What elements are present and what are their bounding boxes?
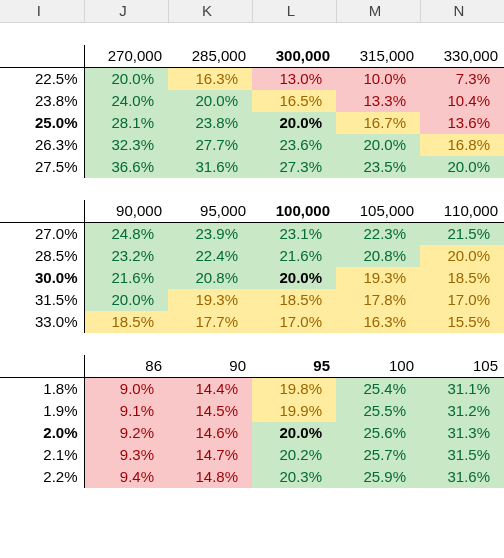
sensitivity-row-label[interactable]: 2.1% xyxy=(0,444,84,466)
cell-blank[interactable] xyxy=(252,23,336,45)
sensitivity-corner[interactable] xyxy=(0,200,84,223)
sensitivity-cell[interactable]: 16.7% xyxy=(336,112,420,134)
col-header-M[interactable]: M xyxy=(336,0,420,23)
cell-blank[interactable] xyxy=(168,178,252,200)
cell-blank[interactable] xyxy=(420,23,504,45)
sensitivity-row-label[interactable]: 33.0% xyxy=(0,311,84,333)
sensitivity-col-header[interactable]: 100 xyxy=(336,355,420,378)
sensitivity-cell[interactable]: 9.0% xyxy=(84,377,168,400)
sensitivity-cell[interactable]: 25.9% xyxy=(336,466,420,488)
sensitivity-cell[interactable]: 32.3% xyxy=(84,134,168,156)
sensitivity-cell[interactable]: 9.3% xyxy=(84,444,168,466)
sensitivity-cell[interactable]: 17.0% xyxy=(420,289,504,311)
sensitivity-cell[interactable]: 22.3% xyxy=(336,222,420,245)
sensitivity-col-header[interactable]: 100,000 xyxy=(252,200,336,223)
sensitivity-cell[interactable]: 19.8% xyxy=(252,377,336,400)
sensitivity-col-header[interactable]: 90 xyxy=(168,355,252,378)
cell-blank[interactable] xyxy=(0,23,84,45)
col-header-I[interactable]: I xyxy=(0,0,84,23)
sensitivity-cell[interactable]: 23.6% xyxy=(252,134,336,156)
sensitivity-cell[interactable]: 20.0% xyxy=(252,422,336,444)
sensitivity-row-label[interactable]: 26.3% xyxy=(0,134,84,156)
sensitivity-cell[interactable]: 14.6% xyxy=(168,422,252,444)
cell-blank[interactable] xyxy=(420,488,504,510)
sensitivity-cell[interactable]: 16.3% xyxy=(336,311,420,333)
cell-blank[interactable] xyxy=(336,488,420,510)
sensitivity-cell[interactable]: 14.4% xyxy=(168,377,252,400)
sensitivity-row-label[interactable]: 2.0% xyxy=(0,422,84,444)
cell-blank[interactable] xyxy=(252,488,336,510)
col-header-J[interactable]: J xyxy=(84,0,168,23)
sensitivity-cell[interactable]: 20.0% xyxy=(252,267,336,289)
sensitivity-col-header[interactable]: 330,000 xyxy=(420,45,504,68)
cell-blank[interactable] xyxy=(84,23,168,45)
sensitivity-cell[interactable]: 20.8% xyxy=(168,267,252,289)
sensitivity-cell[interactable]: 10.0% xyxy=(336,67,420,90)
cell-blank[interactable] xyxy=(252,178,336,200)
sensitivity-cell[interactable]: 20.8% xyxy=(336,245,420,267)
sensitivity-corner[interactable] xyxy=(0,355,84,378)
sensitivity-col-header[interactable]: 95,000 xyxy=(168,200,252,223)
sensitivity-row-label[interactable]: 27.5% xyxy=(0,156,84,178)
sensitivity-cell[interactable]: 20.2% xyxy=(252,444,336,466)
sensitivity-corner[interactable] xyxy=(0,45,84,68)
sensitivity-cell[interactable]: 9.2% xyxy=(84,422,168,444)
sensitivity-row-label[interactable]: 30.0% xyxy=(0,267,84,289)
sensitivity-cell[interactable]: 23.8% xyxy=(168,112,252,134)
sensitivity-cell[interactable]: 19.3% xyxy=(168,289,252,311)
sensitivity-cell[interactable]: 17.8% xyxy=(336,289,420,311)
cell-blank[interactable] xyxy=(84,333,168,355)
col-header-K[interactable]: K xyxy=(168,0,252,23)
cell-blank[interactable] xyxy=(0,178,84,200)
cell-blank[interactable] xyxy=(252,333,336,355)
sensitivity-cell[interactable]: 31.1% xyxy=(420,377,504,400)
sensitivity-cell[interactable]: 36.6% xyxy=(84,156,168,178)
sensitivity-col-header[interactable]: 315,000 xyxy=(336,45,420,68)
sensitivity-cell[interactable]: 31.2% xyxy=(420,400,504,422)
spreadsheet-grid[interactable]: I J K L M N 270,000285,000300,000315,000… xyxy=(0,0,504,510)
sensitivity-row-label[interactable]: 23.8% xyxy=(0,90,84,112)
sensitivity-row-label[interactable]: 25.0% xyxy=(0,112,84,134)
cell-blank[interactable] xyxy=(84,488,168,510)
sensitivity-cell[interactable]: 23.9% xyxy=(168,222,252,245)
sensitivity-cell[interactable]: 25.7% xyxy=(336,444,420,466)
sensitivity-cell[interactable]: 23.2% xyxy=(84,245,168,267)
cell-blank[interactable] xyxy=(0,488,84,510)
sensitivity-cell[interactable]: 25.6% xyxy=(336,422,420,444)
cell-blank[interactable] xyxy=(0,333,84,355)
sensitivity-col-header[interactable]: 110,000 xyxy=(420,200,504,223)
sensitivity-cell[interactable]: 31.6% xyxy=(420,466,504,488)
sensitivity-cell[interactable]: 24.0% xyxy=(84,90,168,112)
sensitivity-cell[interactable]: 20.0% xyxy=(168,90,252,112)
sensitivity-row-label[interactable]: 22.5% xyxy=(0,67,84,90)
cell-blank[interactable] xyxy=(420,333,504,355)
sensitivity-cell[interactable]: 18.5% xyxy=(420,267,504,289)
sensitivity-cell[interactable]: 31.6% xyxy=(168,156,252,178)
sensitivity-col-header[interactable]: 105,000 xyxy=(336,200,420,223)
sensitivity-row-label[interactable]: 1.8% xyxy=(0,377,84,400)
cell-blank[interactable] xyxy=(168,333,252,355)
sensitivity-cell[interactable]: 24.8% xyxy=(84,222,168,245)
sensitivity-cell[interactable]: 19.3% xyxy=(336,267,420,289)
sensitivity-cell[interactable]: 9.4% xyxy=(84,466,168,488)
sensitivity-cell[interactable]: 20.0% xyxy=(420,245,504,267)
sensitivity-row-label[interactable]: 27.0% xyxy=(0,222,84,245)
sensitivity-cell[interactable]: 21.6% xyxy=(84,267,168,289)
sensitivity-col-header[interactable]: 270,000 xyxy=(84,45,168,68)
sensitivity-cell[interactable]: 17.0% xyxy=(252,311,336,333)
sensitivity-cell[interactable]: 16.5% xyxy=(252,90,336,112)
sensitivity-cell[interactable]: 17.7% xyxy=(168,311,252,333)
sensitivity-col-header[interactable]: 90,000 xyxy=(84,200,168,223)
sensitivity-cell[interactable]: 21.5% xyxy=(420,222,504,245)
cell-blank[interactable] xyxy=(336,23,420,45)
sensitivity-cell[interactable]: 7.3% xyxy=(420,67,504,90)
sensitivity-cell[interactable]: 18.5% xyxy=(252,289,336,311)
sensitivity-cell[interactable]: 31.5% xyxy=(420,444,504,466)
sensitivity-cell[interactable]: 25.5% xyxy=(336,400,420,422)
sensitivity-cell[interactable]: 27.3% xyxy=(252,156,336,178)
sensitivity-cell[interactable]: 20.0% xyxy=(84,289,168,311)
sensitivity-col-header[interactable]: 95 xyxy=(252,355,336,378)
sensitivity-cell[interactable]: 23.5% xyxy=(336,156,420,178)
sensitivity-col-header[interactable]: 285,000 xyxy=(168,45,252,68)
sensitivity-cell[interactable]: 16.8% xyxy=(420,134,504,156)
